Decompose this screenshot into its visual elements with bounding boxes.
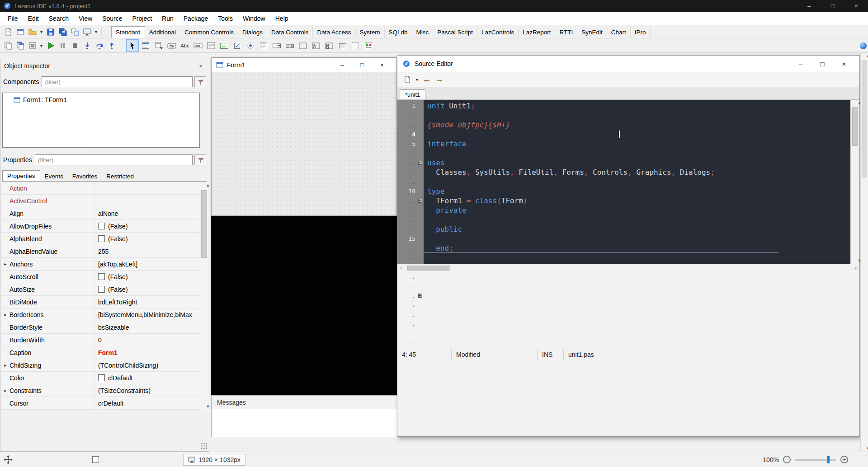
selection-rectangle-icon[interactable] [92,456,99,463]
fold-icon[interactable] [418,161,422,165]
close-button[interactable]: × [844,0,868,12]
step-out-button[interactable] [105,40,118,52]
property-row-allowdropfiles[interactable]: AllowDropFiles(False) [1,220,201,233]
editor-vertical-scrollbar[interactable]: ▲ ▼ [850,100,859,264]
component-tlabel-icon[interactable]: Abc [179,39,191,52]
pane-splitter[interactable] [0,446,209,448]
jump-back-icon[interactable]: ← [421,75,433,84]
palette-tab-synedit[interactable]: SynEdit [577,27,607,37]
property-value-cell[interactable]: [akTop,akLeft] [94,258,201,270]
pause-button[interactable] [57,40,69,52]
view-units-button[interactable] [2,40,14,52]
property-value-cell[interactable]: (False) [94,220,201,232]
scrollbar-thumb[interactable] [862,60,867,177]
palette-tab-lazcontrols[interactable]: LazControls [477,27,519,37]
checkbox-icon[interactable] [98,286,105,293]
open-dropdown-icon[interactable]: ▾ [38,29,44,34]
minimize-button[interactable]: – [797,0,821,12]
palette-tab-rtti[interactable]: RTTI [555,27,577,37]
save-button[interactable] [44,26,57,38]
component-tmemo-icon[interactable] [205,39,217,52]
menu-item-file[interactable]: File [3,12,23,25]
menu-item-tools[interactable]: Tools [213,12,238,25]
component-ttogglebox-icon[interactable]: on [218,39,231,52]
property-value-cell[interactable]: (False) [94,283,201,295]
components-filter-input[interactable] [42,76,193,87]
properties-filter-input[interactable] [35,154,193,165]
palette-tab-chart[interactable]: Chart [607,27,631,37]
palette-tab-dialogs[interactable]: Dialogs [238,27,267,37]
zoom-slider-knob[interactable] [827,456,830,463]
view-monitor-button[interactable] [81,26,93,38]
checkbox-icon[interactable] [98,273,105,280]
property-value-cell[interactable]: alNone [94,207,201,219]
component-tradiogroup-icon[interactable] [310,39,322,52]
scrollbar-thumb[interactable] [852,107,858,146]
toggle-form-unit-button[interactable] [69,26,81,38]
palette-tab-sqldb[interactable]: SQLdb [385,27,412,37]
menu-item-run[interactable]: Run [157,12,179,25]
scroll-down-icon[interactable]: ▼ [204,404,212,409]
properties-filter-funnel-icon[interactable] [194,154,206,165]
property-row-childsizing[interactable]: ▸ChildSizing(TControlChildSizing) [1,359,201,372]
oi-tab-restricted[interactable]: Restricted [102,171,138,181]
palette-tab-additional[interactable]: Additional [145,27,180,37]
component-tscrollbar-icon[interactable] [283,39,296,52]
step-over-button[interactable] [93,40,105,52]
property-value-cell[interactable]: [biSystemMenu,biMinimize,biMax [94,308,201,321]
close-button[interactable]: × [833,60,855,68]
component-tmainmenu-icon[interactable] [139,39,152,52]
zoom-slider[interactable] [795,459,836,461]
oi-tab-favorites[interactable]: Favorites [68,171,102,181]
palette-tab-system[interactable]: System [356,27,385,37]
component-tpopupmenu-icon[interactable] [152,39,165,52]
editor-horizontal-scrollbar[interactable]: ‹ › [397,264,859,272]
property-value-cell[interactable]: (False) [94,233,201,245]
component-tframe-icon[interactable] [349,39,362,52]
scroll-left-icon[interactable]: ‹ [400,265,402,270]
property-value-cell[interactable]: 255 [94,245,201,257]
change-build-mode-button[interactable] [26,40,38,52]
oi-tab-properties[interactable]: Properties [2,170,40,181]
build-mode-dropdown-icon[interactable]: ▾ [38,43,44,48]
scroll-down-icon[interactable]: ▼ [864,446,868,451]
menu-item-package[interactable]: Package [179,12,213,25]
checkbox-icon[interactable] [98,223,105,229]
property-value-cell[interactable]: Form1 [94,346,201,359]
menu-item-source[interactable]: Source [97,12,127,25]
tree-splitter[interactable] [0,149,209,151]
form-designer-titlebar[interactable]: Form1 – □ × [212,58,396,72]
property-value-cell[interactable] [94,195,201,207]
property-value-cell[interactable]: bsSizeable [94,321,201,333]
expand-icon[interactable]: ▸ [1,388,9,393]
menu-item-edit[interactable]: Edit [23,12,44,25]
property-value-cell[interactable]: bdLeftToRight [94,296,201,308]
minimize-button[interactable]: – [790,60,811,68]
open-file-button[interactable] [401,74,413,86]
property-row-caption[interactable]: CaptionForm1 [1,346,201,359]
outer-vertical-scrollbar[interactable]: ▲ ▼ [860,53,868,452]
component-tactionlist-icon[interactable] [362,39,375,52]
property-row-action[interactable]: Action [1,182,201,195]
palette-tab-standard[interactable]: Standard [111,26,145,38]
palette-tab-data-controls[interactable]: Data Controls [267,27,313,37]
property-value-cell[interactable] [94,182,201,194]
code-area[interactable]: unit Unit1;{$mode objfpc}{$H+}interfaceu… [424,100,850,264]
property-row-bidimode[interactable]: BiDiModebdLeftToRight [1,296,201,308]
menu-item-window[interactable]: Window [238,12,270,25]
component-tcheckgroup-icon[interactable]: ✓ [323,39,335,52]
property-row-align[interactable]: AlignalNone [1,207,201,220]
menu-item-search[interactable]: Search [44,12,74,25]
palette-tab-misc[interactable]: Misc [412,27,434,37]
property-value-cell[interactable]: (False) [94,271,201,283]
component-tbutton-icon[interactable]: Ok [165,39,178,52]
property-row-anchors[interactable]: ▸Anchors[akTop,akLeft] [1,258,201,271]
jump-forward-icon[interactable]: → [434,75,445,84]
grid-splitter[interactable] [0,412,209,414]
maximize-button[interactable]: □ [352,61,372,69]
palette-tab-data-access[interactable]: Data Access [313,27,355,37]
menu-item-help[interactable]: Help [270,12,293,25]
fold-icon[interactable] [418,294,422,298]
menu-item-project[interactable]: Project [127,12,157,25]
expand-icon[interactable]: ▸ [1,262,9,266]
